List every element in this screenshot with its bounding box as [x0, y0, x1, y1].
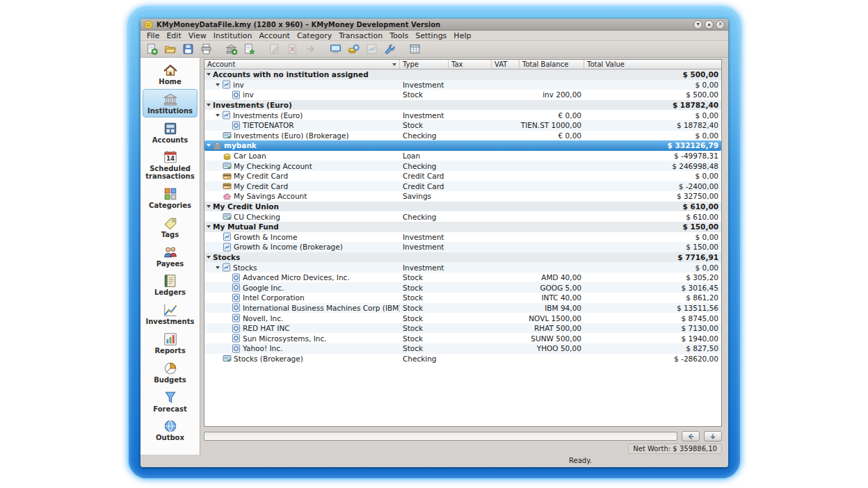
title-bar[interactable]: KMyMoneyDataFile.kmy (1280 x 960) – KMyM… — [140, 19, 728, 31]
table-row[interactable]: Accounts with no institution assigned$ 5… — [204, 70, 721, 80]
close-button[interactable]: × — [716, 20, 725, 29]
table-row[interactable]: My Credit CardCredit Card$ 0,00 — [204, 171, 721, 181]
status-right-button[interactable] — [704, 431, 722, 441]
sidebar-item-label: Ledgers — [154, 289, 186, 297]
sidebar-item-accounts[interactable]: Accounts — [143, 118, 198, 147]
table-row[interactable]: My Credit Union$ 610,00 — [204, 202, 721, 212]
progress-bar — [204, 432, 677, 441]
column-header-vat[interactable]: VAT — [492, 60, 520, 69]
sidebar-item-institutions[interactable]: Institutions — [143, 89, 198, 117]
table-row[interactable]: Intel CorporationStockINTC 40,00$ 861,20 — [204, 293, 721, 303]
tools-icon — [384, 43, 396, 55]
print-button[interactable] — [198, 42, 215, 57]
account-value-cell: $ -28620,00 — [584, 355, 721, 363]
expand-arrow[interactable] — [207, 144, 211, 147]
expand-arrow[interactable] — [207, 256, 211, 259]
expand-arrow[interactable] — [216, 83, 220, 86]
sidebar-item-budgets[interactable]: Budgets — [143, 358, 198, 387]
column-header-total-balance[interactable]: Total Balance — [520, 60, 584, 69]
accounts-table: AccountTypeTaxVATTotal BalanceTotal Valu… — [204, 59, 722, 427]
table-row[interactable]: Advanced Micro Devices, Inc.StockAMD 40,… — [204, 273, 721, 283]
save-button[interactable] — [180, 42, 197, 57]
column-header-tax[interactable]: Tax — [449, 60, 492, 69]
sidebar-item-tags[interactable]: Tags — [143, 213, 198, 241]
table-row[interactable]: Car LoanLoan$ -49978,31 — [204, 151, 721, 161]
sidebar-item-label: Scheduled transactions — [144, 165, 196, 181]
expand-arrow[interactable] — [207, 73, 211, 76]
currencies-button[interactable] — [346, 42, 362, 57]
menu-category[interactable]: Category — [294, 31, 335, 40]
table-row[interactable]: Sun Microsystems, Inc.StockSUNW 500,00$ … — [204, 333, 721, 343]
table-row[interactable]: Growth & Income (Brokerage)Investment$ 1… — [204, 242, 721, 252]
table-row[interactable]: Investments (Euro) (Brokerage)Checking€ … — [204, 131, 721, 141]
sidebar-item-categories[interactable]: Categories — [143, 184, 198, 212]
sidebar-item-home[interactable]: Home — [143, 60, 198, 88]
tools-button[interactable] — [382, 42, 399, 57]
account-name: CU Checking — [234, 213, 280, 221]
table-row[interactable]: My Mutual Fund$ 150,00 — [204, 222, 721, 232]
table-row[interactable]: StocksInvestment$ 0,00 — [204, 262, 721, 273]
delete-button[interactable] — [284, 42, 301, 57]
account-name: Google Inc. — [243, 284, 284, 292]
table-row[interactable]: Stocks (Brokerage)Checking$ -28620,00 — [204, 354, 721, 364]
expand-arrow[interactable] — [207, 104, 211, 106]
table-row[interactable]: My Savings AccountSavings$ 32750,00 — [204, 191, 721, 202]
column-header-type[interactable]: Type — [400, 60, 449, 69]
new-institution-button[interactable] — [223, 42, 240, 57]
table-row[interactable]: mybank$ 332126,79 — [204, 140, 721, 151]
sidebar-item-forecast[interactable]: Forecast — [143, 387, 198, 416]
table-row[interactable]: TIETOENATORStockTIEN.ST 1000,00$ 18782,4… — [204, 120, 721, 131]
expand-arrow[interactable] — [207, 225, 211, 228]
table-row[interactable]: Stocks$ 7716,91 — [204, 252, 721, 263]
column-header-total-value[interactable]: Total Value — [584, 60, 721, 69]
table-row[interactable]: My Checking AccountChecking$ 246998,48 — [204, 161, 721, 171]
account-name-cell: Investments (Euro) — [204, 101, 400, 109]
menu-tools[interactable]: Tools — [386, 31, 412, 40]
sidebar-item-payees[interactable]: Payees — [143, 242, 198, 270]
expand-arrow[interactable] — [207, 205, 211, 208]
table-row[interactable]: CU CheckingChecking$ 610,00 — [204, 211, 721, 222]
menu-view[interactable]: View — [185, 31, 210, 40]
menu-account[interactable]: Account — [256, 31, 294, 40]
menu-edit[interactable]: Edit — [163, 31, 184, 40]
table-row[interactable]: invInvestment$ 0,00 — [204, 80, 721, 90]
minimize-button[interactable]: ▾ — [693, 20, 702, 29]
sidebar-item-reports[interactable]: Reports — [143, 329, 198, 357]
account-name: My Savings Account — [234, 192, 307, 200]
menu-help[interactable]: Help — [450, 31, 474, 40]
new-file-button[interactable] — [144, 42, 161, 57]
sidebar-item-scheduled-transactions[interactable]: 14Scheduled transactions — [143, 147, 198, 183]
table-row[interactable]: invStockinv 200,00$ 500,00 — [204, 90, 721, 100]
table-row[interactable]: Growth & IncomeInvestment$ 0,00 — [204, 232, 721, 243]
menu-transaction[interactable]: Transaction — [335, 31, 386, 40]
edit-button[interactable] — [266, 42, 283, 57]
menu-settings[interactable]: Settings — [412, 31, 450, 40]
maximize-button[interactable]: ▴ — [705, 20, 714, 29]
expand-arrow[interactable] — [216, 266, 220, 269]
enter-transaction-button[interactable] — [303, 42, 319, 57]
open-file-button[interactable] — [162, 42, 179, 57]
table-row[interactable]: Google Inc.StockGOOG 5,00$ 3016,45 — [204, 282, 721, 293]
table-row[interactable]: International Business Machines Corp (IB… — [204, 303, 721, 314]
new-account-button[interactable] — [241, 42, 258, 57]
arrow-right-icon — [305, 43, 317, 55]
sidebar-item-ledgers[interactable]: Ledgers — [143, 270, 198, 299]
account-type-cell: Stock — [400, 273, 449, 282]
ledgers-view-button[interactable] — [328, 42, 344, 57]
table-row[interactable]: Yahoo! Inc.StockYHOO 50,00$ 827,50 — [204, 343, 721, 354]
grid-view-button[interactable] — [407, 42, 424, 57]
sidebar-item-outbox[interactable]: Outbox — [143, 416, 198, 444]
table-row[interactable]: Novell, Inc.StockNOVL 1500,00$ 8745,00 — [204, 313, 721, 323]
menu-institution[interactable]: Institution — [210, 31, 256, 40]
status-left-button[interactable] — [682, 431, 700, 441]
menu-file[interactable]: File — [143, 31, 163, 40]
sidebar-item-investments[interactable]: Investments — [143, 300, 198, 328]
expand-arrow[interactable] — [216, 114, 220, 117]
table-row[interactable]: Investments (Euro)Investment€ 0,00$ 0,00 — [204, 110, 721, 120]
table-row[interactable]: Investments (Euro)$ 18782,40 — [204, 100, 721, 111]
table-row[interactable]: RED HAT INCStockRHAT 500,00$ 7130,00 — [204, 323, 721, 334]
chart-button[interactable] — [364, 42, 380, 57]
account-type-cell: Credit Card — [400, 182, 449, 190]
table-row[interactable]: My Credit CardCredit Card$ -2400,00 — [204, 181, 721, 192]
column-header-account[interactable]: Account — [204, 60, 400, 69]
